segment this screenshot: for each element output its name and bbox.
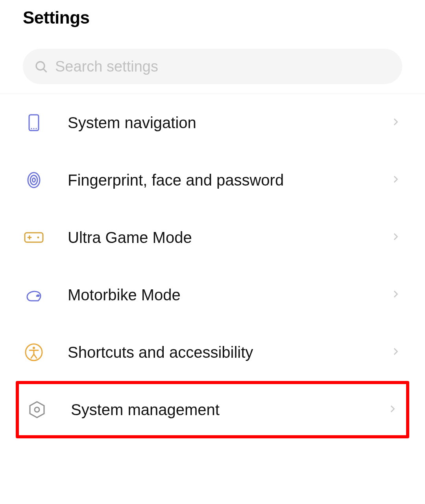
item-label: Fingerprint, face and password: [68, 171, 390, 189]
accessibility-icon: [23, 341, 45, 363]
svg-point-14: [33, 347, 35, 349]
item-label: Ultra Game Mode: [68, 229, 390, 246]
svg-point-3: [31, 128, 32, 129]
phone-icon: [23, 112, 45, 134]
chevron-right-icon: [390, 289, 401, 301]
fingerprint-icon: [23, 169, 45, 191]
item-motorbike-mode[interactable]: Motorbike Mode: [0, 266, 425, 324]
svg-point-7: [30, 175, 37, 185]
header: Settings: [0, 0, 425, 28]
svg-line-18: [34, 354, 37, 358]
item-fingerprint-face-password[interactable]: Fingerprint, face and password: [0, 151, 425, 209]
item-label: Motorbike Mode: [68, 286, 390, 304]
item-system-management[interactable]: System management: [16, 381, 409, 438]
settings-list: System navigation Fingerprint, face and …: [0, 94, 425, 438]
search-icon: [33, 59, 49, 74]
search-box[interactable]: [23, 49, 402, 84]
svg-point-20: [35, 407, 39, 412]
page-title: Settings: [23, 8, 402, 28]
search-input[interactable]: [55, 58, 392, 75]
svg-point-12: [37, 237, 39, 239]
spacer: [0, 438, 425, 486]
item-label: System management: [71, 401, 387, 419]
item-system-navigation[interactable]: System navigation: [0, 94, 425, 151]
chevron-right-icon: [387, 403, 398, 416]
chevron-right-icon: [390, 231, 401, 244]
chevron-right-icon: [390, 116, 401, 129]
item-label: Shortcuts and accessibility: [68, 344, 390, 361]
svg-point-4: [33, 128, 34, 129]
svg-point-8: [33, 178, 35, 182]
helmet-icon: [23, 284, 45, 306]
item-ultra-game-mode[interactable]: Ultra Game Mode: [0, 209, 425, 266]
settings-screen: Settings System na: [0, 0, 425, 486]
item-shortcuts-accessibility[interactable]: Shortcuts and accessibility: [0, 324, 425, 381]
chevron-right-icon: [390, 174, 401, 186]
item-label: System navigation: [68, 114, 390, 132]
chevron-right-icon: [390, 346, 401, 359]
gamepad-icon: [23, 226, 45, 248]
svg-line-17: [31, 354, 34, 358]
svg-marker-19: [30, 402, 44, 418]
svg-line-1: [43, 69, 46, 72]
svg-point-5: [35, 128, 37, 129]
nut-icon: [26, 399, 48, 421]
search-wrap: [0, 28, 425, 94]
